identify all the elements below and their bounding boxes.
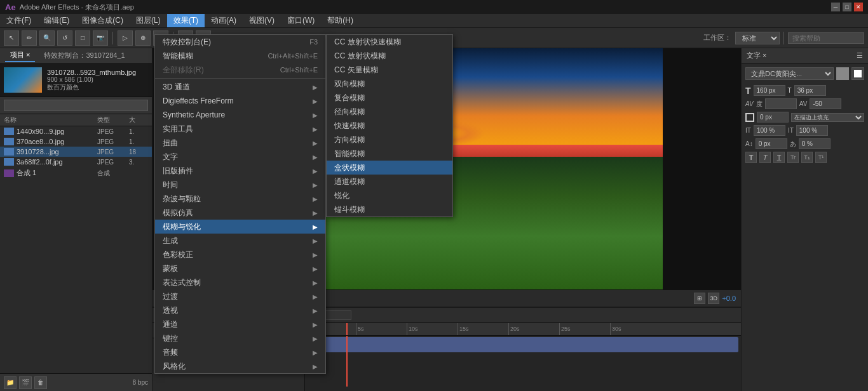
menu-effect[interactable]: 效果(T) <box>167 14 205 27</box>
box-blur[interactable]: 盒状模糊 <box>327 161 452 175</box>
workspace-select[interactable]: 标准 <box>735 32 780 44</box>
transition-item[interactable]: 过渡 ▶ <box>155 289 325 303</box>
sharpen[interactable]: 锐化 <box>327 189 452 202</box>
timeline-ruler[interactable]: 0s 5s 10s 15s 20s 25s 30s <box>305 323 741 336</box>
directional-blur[interactable]: 双向模糊 <box>327 77 452 91</box>
distort-item[interactable]: 扭曲 ▶ <box>155 136 325 150</box>
kerning-input[interactable] <box>810 98 841 109</box>
close-button[interactable]: ✕ <box>854 3 863 11</box>
playhead[interactable] <box>346 323 348 335</box>
blur-sub-menu[interactable]: CC 放射状快速模糊 CC 放射状模糊 CC 矢量模糊 双向模糊 复合模糊 径向… <box>326 34 453 217</box>
cc-radial-fast-blur[interactable]: CC 放射状快速模糊 <box>327 35 452 49</box>
menu-help[interactable]: 帮助(H) <box>321 14 360 27</box>
tool-zoom[interactable]: 🔍 <box>39 30 55 46</box>
directional-blur2[interactable]: 方向模糊 <box>327 133 452 147</box>
unsharp-mask[interactable]: 锚斗模糊 <box>327 202 452 216</box>
compound-blur[interactable]: 复合模糊 <box>327 91 452 105</box>
grid-btn[interactable]: ⊞ <box>694 293 705 304</box>
underline-btn[interactable]: T <box>773 152 785 163</box>
effect-control-item[interactable]: 特效控制台(E) F3 <box>155 35 325 49</box>
tool-rect[interactable]: □ <box>75 30 90 46</box>
smart-blur-item[interactable]: 智能模糊 Ctrl+Alt+Shift+E <box>155 49 325 63</box>
font-size-small-input[interactable] <box>794 85 826 96</box>
sub-btn[interactable]: T₁ <box>801 152 813 163</box>
vertical-scale-input[interactable] <box>754 125 785 136</box>
noise-grain-item[interactable]: 杂波与颗粒 ▶ <box>155 192 325 206</box>
expression-item[interactable]: 表达式控制 ▶ <box>155 275 325 289</box>
radial-blur[interactable]: 径向模糊 <box>327 105 452 119</box>
new-folder-btn[interactable]: 📁 <box>4 376 17 389</box>
font-select[interactable]: 文鼎DC黄阳尖... <box>745 67 834 80</box>
font-size-input[interactable] <box>754 85 785 96</box>
menu-layer[interactable]: 图层(L) <box>130 14 167 27</box>
file-item-2[interactable]: 3910728...jpg JPEG 18 <box>0 147 152 157</box>
font-color[interactable] <box>851 67 864 80</box>
menu-edit[interactable]: 编辑(E) <box>37 14 76 27</box>
cc-vector-blur[interactable]: CC 矢量模糊 <box>327 63 452 77</box>
remove-all-item[interactable]: 全部移除(R) Ctrl+Shift+E <box>155 63 325 77</box>
color-correct-item[interactable]: 色彩校正 ▶ <box>155 248 325 262</box>
bold-btn[interactable]: T <box>745 152 757 163</box>
baseline-input[interactable] <box>756 138 787 149</box>
cc-radial-blur[interactable]: CC 放射状模糊 <box>327 49 452 63</box>
tab-effects-control[interactable]: 特效控制台：39107284_1 <box>39 50 130 62</box>
ruler-15s: 15s <box>458 323 469 335</box>
menu-file[interactable]: 文件(F) <box>0 14 37 27</box>
3d-channel-item[interactable]: 3D 通道 ▶ <box>155 80 325 94</box>
tsuki-input[interactable] <box>799 138 831 149</box>
horizontal-scale-input[interactable] <box>796 125 828 136</box>
search-input[interactable] <box>788 32 864 44</box>
file-item-4[interactable]: 合成 1 合成 <box>0 167 152 179</box>
col-header-type: 类型 <box>97 116 129 124</box>
audio-item[interactable]: 音频 ▶ <box>155 345 325 359</box>
simulate-item[interactable]: 模拟仿真 ▶ <box>155 206 325 220</box>
blur-sharpen-item[interactable]: 模糊与锐化 ▶ <box>155 220 325 234</box>
text-item[interactable]: 文字 ▶ <box>155 150 325 164</box>
sup-btn[interactable]: T¹ <box>815 152 827 163</box>
generate-item[interactable]: 生成 ▶ <box>155 234 325 248</box>
file-type-0: JPEG <box>97 128 129 135</box>
smart-blur2[interactable]: 智能模糊 <box>327 147 452 161</box>
obsolete-item[interactable]: 旧版插件 ▶ <box>155 164 325 178</box>
minimize-button[interactable]: ─ <box>831 3 840 11</box>
menu-composition[interactable]: 图像合成(C) <box>76 14 130 27</box>
right-panel-menu[interactable]: ☰ <box>857 51 863 60</box>
file-item-1[interactable]: 370ace8...0.jpg JPEG 1. <box>0 136 152 147</box>
tool-b2[interactable]: ⊕ <box>135 30 151 46</box>
synthetic-aperture-item[interactable]: Synthetic Aperture ▶ <box>155 108 325 122</box>
tool-arrow[interactable]: ↖ <box>4 30 19 46</box>
digieffects-item[interactable]: Digieffects FreeForm ▶ <box>155 94 325 108</box>
menu-window[interactable]: 窗口(W) <box>281 14 321 27</box>
channel-blur[interactable]: 通道模糊 <box>327 175 452 189</box>
trash-btn[interactable]: 🗑 <box>34 376 47 389</box>
stylize-item[interactable]: 风格化 ▶ <box>155 359 325 373</box>
menu-view[interactable]: 视图(V) <box>243 14 281 27</box>
file-item-0[interactable]: 1440x90...9.jpg JPEG 1. <box>0 126 152 136</box>
tool-rotate[interactable]: ↺ <box>57 30 72 46</box>
tab-project[interactable]: 项目 × <box>5 49 35 62</box>
workspace-label: 工作区： <box>703 33 731 43</box>
fast-blur[interactable]: 快速模糊 <box>327 119 452 133</box>
italic-btn[interactable]: T <box>759 152 771 163</box>
stroke-fill-select[interactable]: 在描边上填充 <box>791 113 864 122</box>
file-item-3[interactable]: 3a68ff2...0f.jpg JPEG 3. <box>0 157 152 167</box>
tool-camera[interactable]: 📷 <box>93 30 108 46</box>
tracking-input[interactable] <box>765 98 797 109</box>
tools-item[interactable]: 实用工具 ▶ <box>155 122 325 136</box>
tool-pen[interactable]: ✏ <box>22 30 37 46</box>
new-comp-btn[interactable]: 🎬 <box>19 376 32 389</box>
effect-menu[interactable]: 特效控制台(E) F3 智能模糊 Ctrl+Alt+Shift+E 全部移除(R… <box>154 34 326 374</box>
keying-item[interactable]: 键控 ▶ <box>155 331 325 345</box>
3d-btn[interactable]: 3D <box>708 293 719 304</box>
project-search-input[interactable] <box>4 100 148 111</box>
tool-b1[interactable]: ▷ <box>118 30 133 46</box>
time-item[interactable]: 时间 ▶ <box>155 178 325 192</box>
menu-animation[interactable]: 动画(A) <box>205 14 243 27</box>
stroke-input[interactable] <box>757 112 789 123</box>
channel-item[interactable]: 通道 ▶ <box>155 317 325 331</box>
smallcap-btn[interactable]: Tr <box>787 152 799 163</box>
col-header-size: 大 <box>129 116 148 124</box>
maximize-button[interactable]: □ <box>843 3 851 11</box>
perspective-item[interactable]: 透视 ▶ <box>155 303 325 317</box>
matte-item[interactable]: 蒙板 ▶ <box>155 262 325 275</box>
